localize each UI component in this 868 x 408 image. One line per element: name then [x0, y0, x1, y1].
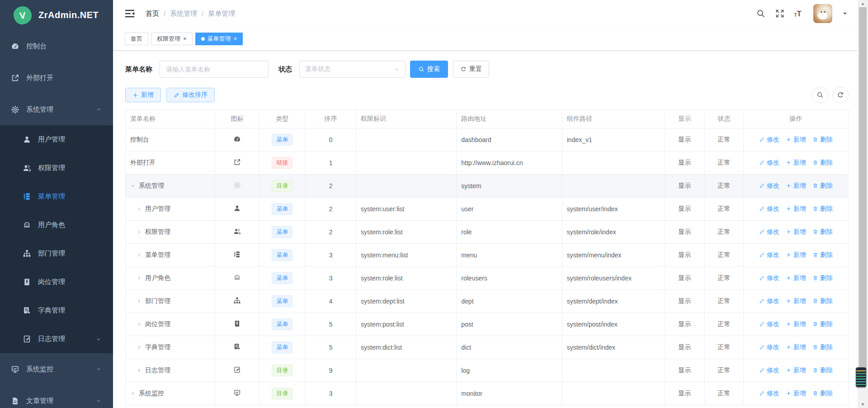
add-link[interactable]: 新增: [786, 366, 806, 375]
edit-link[interactable]: 修改: [759, 228, 779, 236]
sidebar-item-dictionary[interactable]: 字典管理: [0, 296, 113, 325]
edit-link[interactable]: 修改: [759, 389, 779, 398]
fullscreen-icon[interactable]: [775, 9, 784, 18]
menu-name-cell: 系统管理: [139, 182, 164, 190]
sidebar-item-label: 用户角色: [38, 221, 65, 229]
add-link[interactable]: 新增: [786, 205, 806, 213]
add-link[interactable]: 新增: [786, 251, 806, 259]
expand-arrow-icon[interactable]: [137, 345, 142, 350]
expand-arrow-icon[interactable]: [137, 322, 142, 327]
badge-icon: [23, 278, 31, 286]
active-dot-icon: [201, 37, 205, 41]
component-cell: [562, 175, 665, 198]
sidebar-collapse-icon[interactable]: [125, 9, 135, 18]
delete-link[interactable]: 删除: [812, 297, 833, 305]
delete-link[interactable]: 删除: [812, 159, 833, 167]
add-link[interactable]: 新增: [786, 343, 806, 351]
expand-arrow-icon[interactable]: [137, 206, 142, 212]
add-link[interactable]: 新增: [786, 228, 806, 236]
add-link[interactable]: 新增: [786, 159, 806, 167]
add-link[interactable]: 新增: [786, 389, 806, 398]
status-select[interactable]: 菜单状态: [299, 61, 406, 78]
delete-link[interactable]: 删除: [812, 205, 833, 213]
delete-link[interactable]: 删除: [812, 320, 833, 328]
close-icon[interactable]: ×: [183, 36, 187, 42]
edit-link[interactable]: 修改: [759, 320, 779, 328]
sort-button[interactable]: 修改排序: [166, 88, 215, 102]
sidebar-item-external[interactable]: 外部打开: [0, 62, 113, 94]
scrollbar-thumb[interactable]: [859, 7, 867, 378]
expand-arrow-icon[interactable]: [137, 252, 142, 258]
search-icon[interactable]: [756, 9, 765, 18]
expand-arrow-icon[interactable]: [137, 229, 142, 235]
edit-link[interactable]: 修改: [759, 297, 779, 305]
avatar[interactable]: [813, 4, 832, 23]
toggle-search-button[interactable]: [812, 87, 828, 103]
sidebar-item-posts[interactable]: 岗位管理: [0, 268, 113, 296]
delete-link[interactable]: 删除: [812, 251, 833, 259]
add-link[interactable]: 新增: [786, 274, 806, 282]
edit-link[interactable]: 修改: [759, 366, 779, 375]
edit-link[interactable]: 修改: [759, 205, 779, 213]
delete-link[interactable]: 删除: [812, 136, 833, 144]
edit-link[interactable]: 修改: [759, 136, 779, 144]
visible-cell: 显示: [665, 382, 704, 405]
expand-arrow-icon[interactable]: [130, 391, 136, 396]
sidebar-item-system[interactable]: 系统管理: [0, 94, 113, 125]
sidebar-item-dashboard[interactable]: 控制台: [0, 30, 113, 62]
col-status: 状态: [704, 110, 743, 128]
search-button[interactable]: 搜索: [410, 61, 448, 78]
visible-cell: 显示: [665, 313, 704, 336]
breadcrumb: 首页 / 系统管理 / 菜单管理: [146, 9, 235, 18]
delete-link[interactable]: 删除: [812, 274, 833, 282]
app-title: ZrAdmin.NET: [38, 10, 99, 20]
scroll-down-icon[interactable]: ▼: [858, 401, 868, 408]
sidebar-item-menus[interactable]: 菜单管理: [0, 182, 113, 211]
edit-link[interactable]: 修改: [759, 159, 779, 167]
scroll-up-icon[interactable]: ▲: [858, 0, 868, 7]
tab-home[interactable]: 首页: [125, 33, 148, 45]
scroll-marker-widget[interactable]: [856, 367, 866, 387]
breadcrumb-home[interactable]: 首页: [146, 9, 159, 18]
menu-name-cell: 字典管理: [145, 343, 170, 351]
sidebar-item-monitor[interactable]: 系统监控: [0, 353, 113, 385]
add-link[interactable]: 新增: [786, 297, 806, 305]
caret-down-icon[interactable]: [842, 11, 848, 16]
menu-name-input[interactable]: [160, 61, 269, 78]
close-icon[interactable]: ×: [234, 36, 237, 42]
sidebar-item-roles[interactable]: 权限管理: [0, 154, 113, 182]
delete-link[interactable]: 删除: [812, 182, 833, 190]
edit-link[interactable]: 修改: [759, 182, 779, 190]
edit-link[interactable]: 修改: [759, 251, 779, 259]
expand-arrow-icon[interactable]: [137, 275, 142, 281]
tab-roles[interactable]: 权限管理 ×: [151, 33, 193, 45]
sidebar-item-articles[interactable]: 文章管理: [0, 385, 113, 408]
perm-cell: [356, 128, 457, 152]
edit-link[interactable]: 修改: [759, 274, 779, 282]
sidebar-item-user-roles[interactable]: 用户角色: [0, 211, 113, 239]
tab-label: 权限管理: [157, 35, 180, 43]
edit-link[interactable]: 修改: [759, 343, 779, 351]
delete-link[interactable]: 删除: [812, 366, 833, 375]
sidebar-item-label: 用户管理: [38, 135, 65, 144]
expand-arrow-icon[interactable]: [137, 368, 142, 373]
reset-button[interactable]: 重置: [453, 61, 489, 78]
font-size-icon[interactable]: TT: [794, 10, 802, 18]
add-link[interactable]: 新增: [786, 182, 806, 190]
expand-arrow-icon[interactable]: [137, 299, 142, 304]
sidebar-item-departments[interactable]: 部门管理: [0, 239, 113, 268]
add-link[interactable]: 新增: [786, 136, 806, 144]
sidebar-item-logs[interactable]: 日志管理: [0, 325, 113, 353]
robot-icon: [23, 221, 31, 229]
collapse-arrow-icon[interactable]: [130, 183, 136, 189]
delete-link[interactable]: 删除: [812, 228, 833, 236]
sidebar-item-users[interactable]: 用户管理: [0, 125, 113, 154]
delete-link[interactable]: 删除: [812, 343, 833, 351]
page-scrollbar[interactable]: ▲ ▼: [858, 0, 868, 408]
refresh-button[interactable]: [832, 87, 849, 103]
tab-menus[interactable]: 菜单管理 ×: [195, 33, 243, 45]
add-button[interactable]: 新增: [125, 88, 161, 102]
delete-link[interactable]: 删除: [812, 389, 833, 398]
add-link[interactable]: 新增: [786, 320, 806, 328]
order-cell: 5: [306, 313, 356, 336]
